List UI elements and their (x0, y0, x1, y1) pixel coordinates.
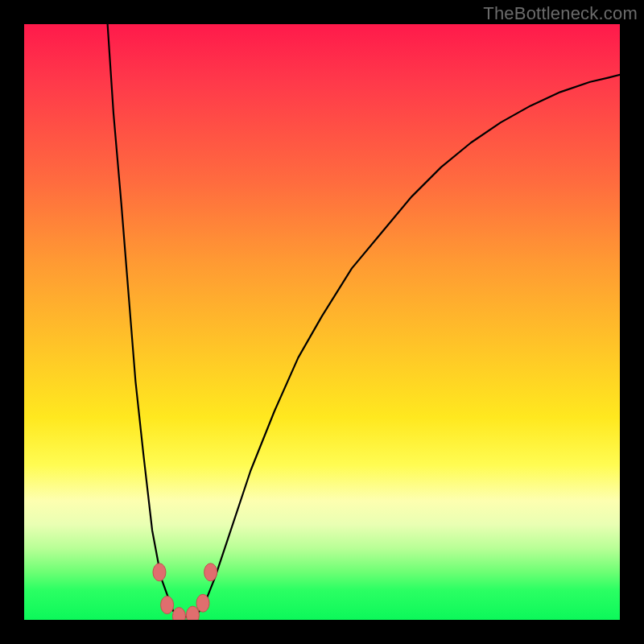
curve-marker (196, 594, 209, 612)
curve-marker (172, 608, 185, 620)
curve-markers (153, 564, 217, 620)
curve-marker (161, 597, 174, 614)
bottleneck-curve (108, 24, 620, 617)
curve-marker (153, 564, 166, 581)
chart-stage: TheBottleneck.com (0, 0, 644, 644)
curve-marker (204, 564, 217, 581)
plot-area (24, 24, 620, 620)
curve-svg (24, 24, 620, 620)
watermark-label: TheBottleneck.com (483, 3, 638, 24)
